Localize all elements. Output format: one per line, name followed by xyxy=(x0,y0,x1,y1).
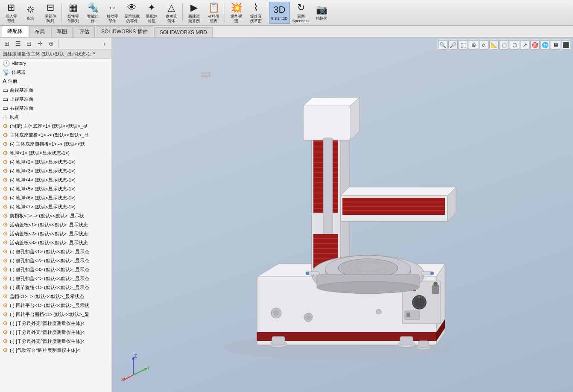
tree-item-8[interactable]: ⚙主体底座盖板<1> -> (默认<<默认>_显 xyxy=(0,131,111,140)
right-toolbar-icon-7[interactable]: ⬡ xyxy=(510,40,519,50)
tree-label-30: (-) [千分尺外壳^圆柱度测量仪主体]< xyxy=(10,329,85,336)
tree-label-0: History xyxy=(12,61,26,66)
tree-label-3: 前视基准面 xyxy=(10,87,33,94)
toolbar-label-10: 材料明 细表 xyxy=(208,14,219,23)
right-toolbar-icon-2[interactable]: ⬚ xyxy=(459,40,468,50)
tree-item-29[interactable]: ⚙(-) [千分尺外壳^圆柱度测量仪主体]< xyxy=(0,319,111,328)
tree-item-15[interactable]: ⚙(-) 地脚<6> (默认<显示状态-1>) xyxy=(0,193,111,202)
svg-rect-67 xyxy=(418,341,429,348)
sidebar-tool-3[interactable]: ⊟ xyxy=(24,39,34,48)
right-toolbar-icon-4[interactable]: ⛭ xyxy=(479,40,488,50)
tree-item-32[interactable]: ⚙(-) [气动浮台^圆柱度测量仪主体]< xyxy=(0,346,111,355)
tree-item-18[interactable]: ⚙活动盖板<1> (默认<<默认>_显示状态 xyxy=(0,220,111,229)
tree-item-25[interactable]: ⚙(-) 调节旋钮<1> (默认<<默认>_显示态 xyxy=(0,283,111,292)
right-toolbar-icon-9[interactable]: 🎯 xyxy=(530,40,540,50)
tree-item-23[interactable]: ⚙(-) 侧孔扣盖<3> (默认<<默认>_显示态 xyxy=(0,265,111,274)
toolbar-item-8[interactable]: △参考几 何体 xyxy=(162,2,181,24)
tree-item-21[interactable]: ⚙(-) 侧孔扣盖<1> (默认<<默认>_显示态 xyxy=(0,247,111,256)
toolbar-item-7[interactable]: ✦装配体 特征 xyxy=(142,2,161,24)
toolbar-item-2[interactable]: ⊟零部件 阵列 xyxy=(41,2,60,24)
right-toolbar-icon-11[interactable]: 🖥 xyxy=(551,40,560,50)
tree-item-17[interactable]: ⚙前挡板<1> -> (默认<<默认>_显示状 xyxy=(0,211,111,220)
tree-label-15: (-) 地脚<6> (默认<显示状态-1>) xyxy=(10,195,76,201)
tree-icon-4: ▭ xyxy=(3,96,8,102)
tree-label-6: 原点 xyxy=(9,114,19,120)
tree-item-0[interactable]: 🕐History xyxy=(0,59,111,68)
right-toolbar-icon-3[interactable]: ⊕ xyxy=(469,40,478,50)
tree-icon-7: ⚙ xyxy=(3,123,8,129)
right-toolbar-icon-12[interactable]: ⬛ xyxy=(561,40,570,50)
tree-item-4[interactable]: ▭上视基准面 xyxy=(0,95,111,104)
tree-item-13[interactable]: ⚙(-) 地脚<4> (默认<显示状态-1>) xyxy=(0,176,111,184)
tree-item-10[interactable]: ⚙地脚<1> (默认<显示状态-1>) xyxy=(0,149,111,158)
toolbar-icon-4: 🔩 xyxy=(87,2,99,13)
tree-item-19[interactable]: ⚙活动盖板<2> (默认<<默认>_显示状态 xyxy=(0,229,111,238)
svg-point-69 xyxy=(273,310,279,316)
tree-item-28[interactable]: ⚙(-) 回转平台围挡<1> (默认<<默认>_显 xyxy=(0,310,111,319)
toolbar-item-14[interactable]: ↻更新 Speedpak xyxy=(291,2,312,24)
3d-viewport[interactable]: 🔍🔎⬚⊕⛭📐◻⬡↗🎯🌐🖥⬛ xyxy=(112,38,573,392)
toolbar-item-3[interactable]: ▦线性零 件阵列 xyxy=(64,2,82,24)
tree-item-27[interactable]: ⚙(-) 回转平台<1> (默认<<默认>_显示状 xyxy=(0,301,111,310)
tab-SOLIDWORKS 插件[interactable]: SOLIDWORKS 插件 xyxy=(96,26,153,37)
toolbar-item-15[interactable]: 📷拍快照 xyxy=(312,2,331,24)
tree-item-20[interactable]: ⚙活动盖板<3> (默认<<默认>_显示状态 xyxy=(0,238,111,247)
tree-item-2[interactable]: A注解 xyxy=(0,77,111,86)
tree-item-30[interactable]: ⚙(-) [千分尺外壳^圆柱度测量仪主体]< xyxy=(0,328,111,337)
toolbar-sep-2 xyxy=(61,3,62,22)
toolbar-item-5[interactable]: ↔移动零 部件 xyxy=(103,2,122,24)
tab-评估[interactable]: 评估 xyxy=(73,26,95,37)
right-toolbar-icon-10[interactable]: 🌐 xyxy=(541,40,550,50)
tree-label-26: 盖帽<1> -> (默认<<默认>_显示状态 xyxy=(10,293,84,300)
tree-item-5[interactable]: ▭右视基准面 xyxy=(0,104,111,113)
svg-point-5 xyxy=(433,282,438,286)
tab-草图[interactable]: 草图 xyxy=(51,26,73,37)
right-toolbar-icon-5[interactable]: 📐 xyxy=(489,40,499,50)
tree-item-24[interactable]: ⚙(-) 侧孔扣盖<4> (默认<<默认>_显示态 xyxy=(0,274,111,283)
toolbar-icon-8: △ xyxy=(168,2,175,13)
sidebar-tool-2[interactable]: ☰ xyxy=(13,39,23,48)
toolbar-item-10[interactable]: 📋材料明 细表 xyxy=(204,2,223,24)
right-toolbar-icon-8[interactable]: ↗ xyxy=(520,40,529,50)
sidebar-tool-4[interactable]: ✛ xyxy=(35,39,45,48)
tab-布局[interactable]: 布局 xyxy=(29,26,50,37)
svg-rect-73 xyxy=(202,72,210,77)
tree-item-1[interactable]: 📡传感器 xyxy=(0,68,111,77)
toolbar-icon-14: ↻ xyxy=(297,2,305,13)
toolbar-item-0[interactable]: ⊞插入零 部件 xyxy=(2,2,20,24)
tree-item-26[interactable]: ⚙盖帽<1> -> (默认<<默认>_显示状态 xyxy=(0,292,111,301)
sidebar-tool-1[interactable]: ⊞ xyxy=(2,39,12,48)
tree-item-16[interactable]: ⚙(-) 地脚<7> (默认<显示状态-1>) xyxy=(0,202,111,211)
toolbar-icon-7: ✦ xyxy=(148,2,155,13)
tree-item-12[interactable]: ⚙(-) 地脚<3> (默认<显示状态-1>) xyxy=(0,167,111,176)
tab-SOLIDWORKS MBD[interactable]: SOLIDWORKS MBD xyxy=(154,27,213,37)
right-toolbar: 🔍🔎⬚⊕⛭📐◻⬡↗🎯🌐🖥⬛ xyxy=(437,39,571,50)
tree-item-14[interactable]: ⚙(-) 地脚<5> (默认<显示状态-1>) xyxy=(0,184,111,193)
toolbar-item-1[interactable]: ⛭配合 xyxy=(21,2,40,24)
tree-items: 🕐History📡传感器A注解▭前视基准面▭上视基准面▭右视基准面⊹原点⚙(固定… xyxy=(0,59,111,355)
tab-装配体[interactable]: 装配体 xyxy=(2,26,28,37)
toolbar-item-4[interactable]: 🔩智能扣 件 xyxy=(83,2,102,24)
sidebar-toolbar: ⊞ ☰ ⊟ ✛ ⊕ › xyxy=(0,38,111,50)
tree-item-9[interactable]: ⚙(-) 主体底座侧挡板<1> -> (默认<<默 xyxy=(0,140,111,149)
tree-item-31[interactable]: ⚙(-) [千分尺外壳^圆柱度测量仪主体]< xyxy=(0,337,111,346)
toolbar-item-6[interactable]: 👁显示隐藏 的零件 xyxy=(123,2,141,24)
tree-header: 圆柱度测量仪主体 (默认<默认_显示状态-1: ^ xyxy=(0,50,111,59)
right-toolbar-icon-6[interactable]: ◻ xyxy=(500,40,509,50)
right-toolbar-icon-1[interactable]: 🔎 xyxy=(448,40,458,50)
tree-item-11[interactable]: ⚙(-) 地脚<2> (默认<显示状态-1>) xyxy=(0,158,111,167)
sidebar-tool-5[interactable]: ⊕ xyxy=(46,39,56,48)
sidebar-expand-btn[interactable]: › xyxy=(99,39,110,48)
toolbar-item-9[interactable]: ▶新建运 动算例 xyxy=(184,2,203,24)
tree-item-22[interactable]: ⚙(-) 侧孔扣盖<2> (默认<<默认>_显示态 xyxy=(0,256,111,265)
right-toolbar-icon-0[interactable]: 🔍 xyxy=(438,40,447,50)
tree-item-6[interactable]: ⊹原点 xyxy=(0,113,111,122)
tree-label-32: (-) [气动浮台^圆柱度测量仪主体]< xyxy=(10,347,80,354)
toolbar-item-13[interactable]: 3DInstant3D xyxy=(269,2,290,24)
tree-label-8: 主体底座盖板<1> -> (默认<<默认>_显 xyxy=(10,132,89,138)
tree-item-3[interactable]: ▭前视基准面 xyxy=(0,86,111,95)
toolbar-icon-3: ▦ xyxy=(69,2,78,13)
toolbar-item-11[interactable]: 💥爆炸视 图 xyxy=(227,2,246,24)
tree-item-7[interactable]: ⚙(固定) 主体底座<1> (默认<<默认>_显 xyxy=(0,122,111,131)
toolbar-item-12[interactable]: ⌇爆炸直 线草图 xyxy=(246,2,265,24)
